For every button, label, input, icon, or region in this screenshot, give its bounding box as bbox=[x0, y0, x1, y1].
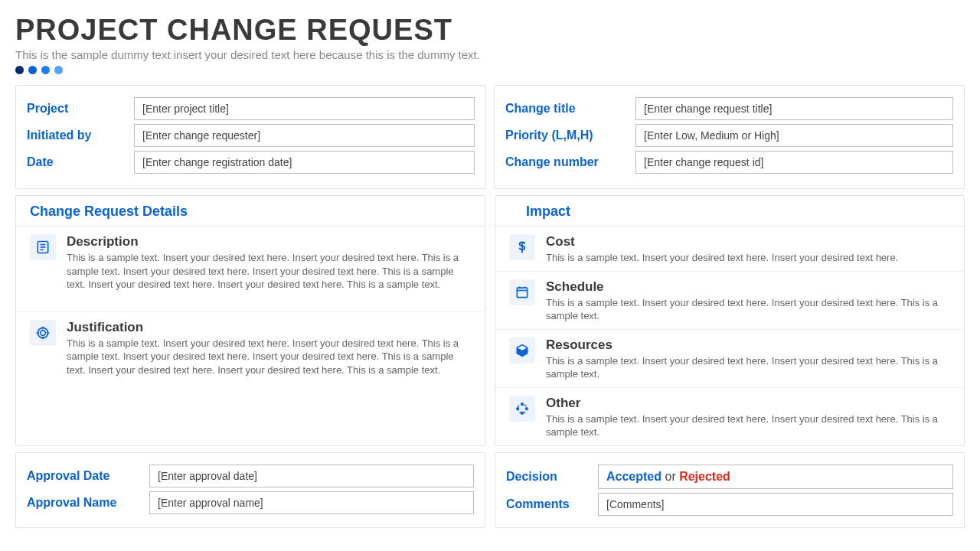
impact-cost-text: This is a sample text. Insert your desir… bbox=[546, 251, 950, 265]
label-comments: Comments bbox=[506, 497, 590, 511]
label-initiated-by: Initiated by bbox=[27, 129, 126, 142]
info-panel-left: Project [Enter project title] Initiated … bbox=[15, 85, 486, 189]
impact-heading: Impact bbox=[495, 196, 964, 227]
field-comments[interactable]: [Comments] bbox=[598, 493, 953, 516]
svg-point-17 bbox=[521, 412, 524, 414]
decision-or: or bbox=[662, 470, 679, 483]
label-project: Project bbox=[27, 102, 126, 116]
svg-point-5 bbox=[41, 330, 46, 335]
impact-cost-title: Cost bbox=[546, 234, 950, 249]
description-section: Description This is a sample text. Inser… bbox=[16, 227, 485, 298]
field-approval-date[interactable]: [Enter approval date] bbox=[149, 465, 474, 487]
label-change-title: Change title bbox=[505, 102, 628, 116]
list-icon bbox=[30, 234, 56, 260]
field-priority[interactable]: [Enter Low, Medium or High] bbox=[635, 124, 953, 147]
dot bbox=[15, 66, 24, 74]
impact-schedule-text: This is a sample text. Insert your desir… bbox=[546, 296, 950, 323]
justification-title: Justification bbox=[67, 320, 471, 335]
impact-resources-text: This is a sample text. Insert your desir… bbox=[546, 354, 950, 381]
impact-resources-title: Resources bbox=[546, 337, 950, 353]
description-text: This is a sample text. Insert your desir… bbox=[67, 251, 471, 292]
dollar-icon bbox=[509, 234, 535, 260]
svg-point-18 bbox=[517, 407, 519, 409]
description-title: Description bbox=[67, 234, 471, 249]
label-decision: Decision bbox=[506, 470, 590, 484]
details-heading: Change Request Details bbox=[16, 196, 485, 227]
field-change-title[interactable]: [Enter change request title] bbox=[635, 97, 953, 120]
calendar-icon bbox=[509, 279, 535, 305]
decision-accepted: Accepted bbox=[606, 470, 662, 483]
label-approval-name: Approval Name bbox=[27, 496, 142, 510]
dot bbox=[41, 66, 50, 74]
field-decision[interactable]: Accepted or Rejected bbox=[598, 465, 953, 489]
field-initiated-by[interactable]: [Enter change requester] bbox=[134, 124, 475, 147]
page-title: PROJECT CHANGE REQUEST bbox=[15, 14, 965, 47]
svg-point-15 bbox=[521, 403, 524, 406]
approval-panel-left: Approval Date [Enter approval date] Appr… bbox=[15, 452, 485, 528]
decorative-dots bbox=[15, 66, 965, 74]
field-date[interactable]: [Enter change registration date] bbox=[134, 151, 475, 174]
impact-other-title: Other bbox=[546, 396, 950, 411]
label-approval-date: Approval Date bbox=[27, 469, 142, 483]
decision-rejected: Rejected bbox=[679, 470, 730, 483]
page-subtitle: This is the sample dummy text insert you… bbox=[15, 48, 965, 61]
box-icon bbox=[509, 337, 535, 364]
target-icon bbox=[30, 320, 56, 346]
impact-cost: Cost This is a sample text. Insert your … bbox=[495, 227, 964, 271]
field-project[interactable]: [Enter project title] bbox=[134, 97, 475, 120]
approval-panel-right: Decision Accepted or Rejected Comments [… bbox=[495, 452, 965, 528]
impact-other: Other This is a sample text. Insert your… bbox=[495, 387, 964, 445]
info-panel-right: Change title [Enter change request title… bbox=[494, 85, 965, 189]
label-change-number: Change number bbox=[505, 155, 628, 169]
field-approval-name[interactable]: [Enter approval name] bbox=[149, 491, 474, 514]
svg-rect-10 bbox=[517, 288, 527, 298]
impact-resources: Resources This is a sample text. Insert … bbox=[495, 329, 964, 387]
label-date: Date bbox=[27, 155, 126, 169]
justification-section: Justification This is a sample text. Ins… bbox=[16, 311, 485, 383]
label-priority: Priority (L,M,H) bbox=[505, 129, 628, 142]
svg-point-4 bbox=[38, 328, 47, 337]
justification-text: This is a sample text. Insert your desir… bbox=[67, 337, 471, 377]
impact-schedule-title: Schedule bbox=[546, 279, 950, 295]
circle-nodes-icon bbox=[509, 396, 535, 422]
dot bbox=[28, 66, 37, 74]
impact-panel: Impact Cost This is a sample text. Inser… bbox=[495, 195, 965, 446]
svg-point-16 bbox=[526, 407, 528, 409]
change-request-details-panel: Change Request Details Description This … bbox=[15, 195, 485, 446]
impact-schedule: Schedule This is a sample text. Insert y… bbox=[495, 271, 964, 329]
dot bbox=[54, 66, 63, 74]
impact-other-text: This is a sample text. Insert your desir… bbox=[546, 412, 950, 439]
field-change-number[interactable]: [Enter change request id] bbox=[635, 151, 953, 174]
